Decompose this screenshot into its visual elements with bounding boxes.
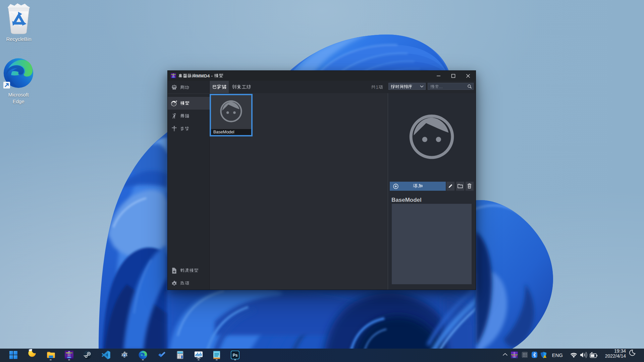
svg-text:Ps: Ps (233, 353, 238, 358)
